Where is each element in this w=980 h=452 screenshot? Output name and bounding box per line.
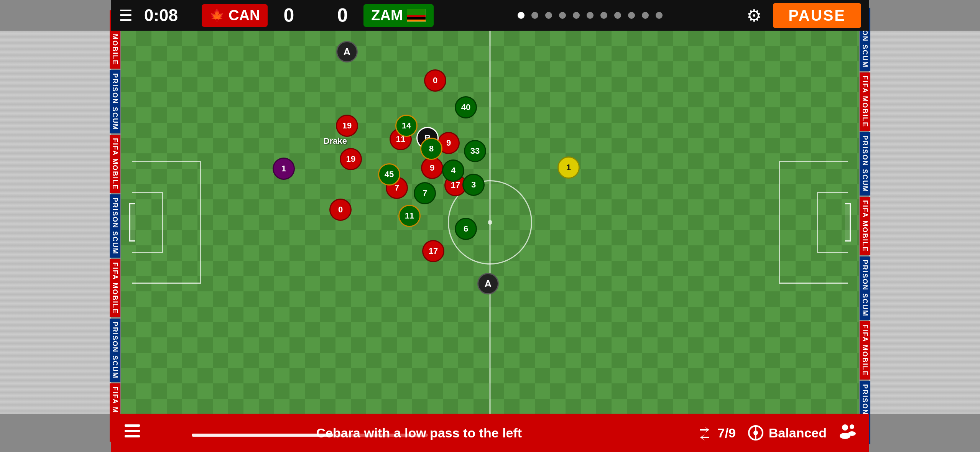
player-45-green[interactable]: 45 [378,163,400,186]
center-dot [488,220,492,225]
player-drake-label: Drake [324,136,347,146]
topbar-right: ⚙ PAUSE [747,3,861,28]
player-8-green[interactable]: 8 [420,138,442,160]
sidebar-label-blue-2: PRISON SCUM [110,194,120,258]
sidebar-right-label-blue-3: PRISON SCUM [860,256,870,320]
player-14-green[interactable]: 14 [395,115,418,137]
player-19-red-b[interactable]: 19 [340,148,362,170]
dot-11[interactable] [656,12,663,19]
sidebar-label-blue-1: PRISON SCUM [110,70,120,133]
tactic-icon [747,424,764,441]
dot-6[interactable] [587,12,594,19]
formation-icon [123,421,142,440]
score-display: 0 0 [279,4,352,26]
player-3-green[interactable]: 3 [462,174,485,196]
commentary-progress-bg [192,434,428,437]
pitch-container: A 0 19 Drake 11 9 19 9 7 17 0 17 1 40 14… [121,31,859,414]
dot-9[interactable] [628,12,635,19]
goal-box-right [817,192,848,253]
team-away-name: ZAM [371,7,403,24]
tactic-label: Balanced [769,426,827,440]
dot-10[interactable] [642,12,649,19]
commentary-area: Cebara with a low pass to the left [142,426,696,440]
commentary-progress-fill [192,434,333,437]
players-icon [838,421,857,440]
sidebar-right-panel [869,31,980,414]
sidebar-right-label-blue-2: PRISON SCUM [860,132,870,196]
bottom-right-controls: 7/9 Balanced [696,421,857,444]
dot-7[interactable] [600,12,607,19]
svg-point-9 [848,431,856,436]
sidebar-right-label-red-3: FIFA MOBILE [860,321,870,379]
dot-2[interactable] [531,12,538,19]
player-9-red-b[interactable]: 9 [421,157,443,179]
settings-button[interactable]: ⚙ [747,6,761,25]
svg-point-8 [850,424,854,429]
dot-1[interactable] [518,12,525,19]
goal-box-left [132,192,163,253]
topbar-left: ☰ 0:08 🍁 CAN 0 0 ZAM [119,4,434,27]
match-timer: 0:08 [144,6,190,25]
sidebar-right-label-red-2: FIFA MOBILE [860,197,870,255]
svg-rect-2 [125,435,140,437]
substitution-control[interactable]: 7/9 [696,424,736,441]
substitution-count: 7/9 [718,426,736,440]
player-6-green[interactable]: 6 [455,218,477,240]
commentary-text: Cebara with a low pass to the left [142,426,696,440]
bottom-right-button[interactable] [838,421,857,444]
flag-zam-icon [407,9,426,22]
sidebar-label-blue-3: PRISON SCUM [110,319,120,382]
player-0-red-b[interactable]: 0 [329,199,352,221]
substitution-icon [696,424,713,441]
flag-can-icon: 🍁 [209,8,225,23]
menu-button[interactable]: ☰ [119,7,133,24]
svg-rect-0 [125,424,140,427]
player-7-green[interactable]: 7 [414,182,436,204]
sidebar-left-panel [0,31,111,414]
topbar: ☰ 0:08 🍁 CAN 0 0 ZAM [111,0,869,31]
tactic-control[interactable]: Balanced [747,424,827,441]
player-19-red-a[interactable]: 19 Drake [336,115,358,137]
team-home-name: CAN [229,7,260,24]
player-1-purple[interactable]: 1 [273,158,295,180]
team-away-badge: ZAM [363,4,433,27]
page-dots [518,12,663,19]
sidebar-right-labels: PRISON SCUM FIFA MOBILE PRISON SCUM FIFA… [859,0,871,452]
bottombar: Cebara with a low pass to the left 7/9 B… [111,414,869,452]
dot-4[interactable] [559,12,566,19]
dot-5[interactable] [573,12,580,19]
player-11-green[interactable]: 11 [398,205,421,227]
player-4-green[interactable]: 4 [442,159,464,182]
dot-8[interactable] [614,12,621,19]
sidebar-left-labels: FIFA MOBILE PRISON SCUM FIFA MOBILE PRIS… [109,0,121,452]
goal-right [845,203,851,242]
player-33-green[interactable]: 33 [464,140,486,162]
player-40-green[interactable]: 40 [455,96,477,118]
sidebar-label-red-2: FIFA MOBILE [110,135,120,193]
pitch-surface: A 0 19 Drake 11 9 19 9 7 17 0 17 1 40 14… [121,31,859,414]
bottom-menu-button[interactable] [123,421,142,444]
svg-rect-1 [125,430,140,432]
score-away: 0 [333,4,352,26]
pause-button[interactable]: PAUSE [773,3,861,28]
player-0-red[interactable]: 0 [424,69,446,92]
button-a-bottom[interactable]: A [477,273,499,294]
sidebar-right-label-red-1: FIFA MOBILE [860,72,870,130]
player-17-red-b[interactable]: 17 [422,240,444,262]
score-home: 0 [279,4,298,26]
dot-3[interactable] [545,12,552,19]
svg-point-6 [842,424,848,431]
sidebar-label-red-3: FIFA MOBILE [110,259,120,317]
player-1-yellow[interactable]: 1 [557,156,580,179]
button-a-top[interactable]: A [336,41,358,62]
team-home-badge: 🍁 CAN [202,4,268,27]
goal-left [129,203,135,242]
